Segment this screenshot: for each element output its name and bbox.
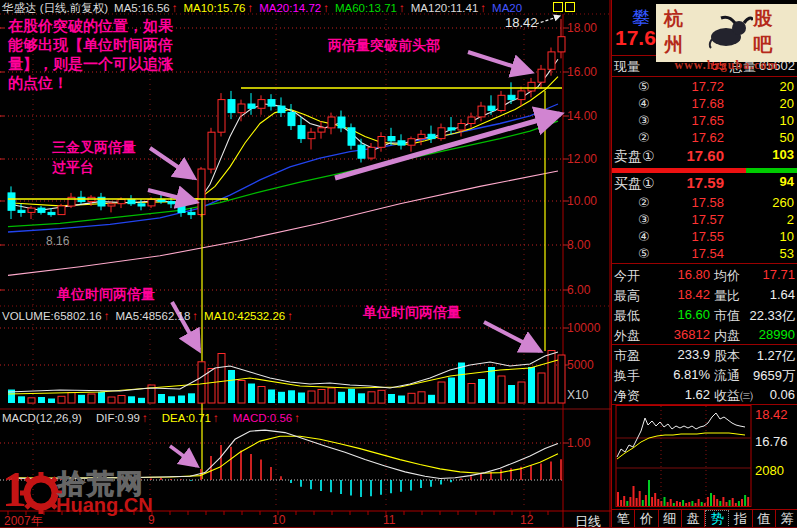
volume-indicator-1: MA5:48562.18 xyxy=(115,310,190,322)
buy-order-row-1[interactable]: ②17.58260 xyxy=(612,194,797,211)
up-arrow-icon: ↑ xyxy=(104,310,110,322)
sell-price: 17.72 xyxy=(664,79,724,94)
up-arrow-icon: ↑ xyxy=(192,310,198,322)
up-arrow-icon: ↑ xyxy=(294,412,300,424)
stat-value: 22.33亿 xyxy=(736,307,795,325)
stat-row-1: 最高18.42量比1.64 xyxy=(612,286,797,306)
annotation-break-head: 两倍量突破前头部 xyxy=(328,36,440,56)
tab-值[interactable]: 值 xyxy=(753,510,776,528)
stat-value: 1.64 xyxy=(736,287,795,302)
stat2-value: 1.62 xyxy=(650,387,710,402)
price-axis-label: 18.00 xyxy=(567,21,607,35)
annotation-unit-volume-left: 单位时间两倍量 xyxy=(57,285,155,305)
buy-level-tag: 买盘① xyxy=(614,175,655,193)
stat2-value: 6.81% xyxy=(650,367,710,382)
tab-细[interactable]: 细 xyxy=(659,510,682,528)
close-window-icon[interactable] xyxy=(565,2,575,12)
up-arrow-icon: ↑ xyxy=(323,2,329,14)
stat2-row-1: 换手6.81%流通9659万 xyxy=(612,366,797,386)
restore-window-icon[interactable] xyxy=(553,2,563,12)
macd-indicator-2: MACD:0.56 xyxy=(233,412,292,424)
buy-level-tag: ③ xyxy=(638,212,650,227)
sell-price: 17.68 xyxy=(664,96,724,111)
sell-order-row-3[interactable]: ②17.6250 xyxy=(612,129,797,146)
buy-quantity: 53 xyxy=(732,246,794,261)
peak-price-label: 18.42 xyxy=(505,15,538,30)
date-axis-label: 10 xyxy=(272,513,285,527)
sell-price: 17.65 xyxy=(664,113,724,128)
buy-order-row-3[interactable]: ④17.5510 xyxy=(612,228,797,245)
ma-indicator-2: MA20:14.72 xyxy=(259,2,321,14)
partial-stock-glyph: 攀 xyxy=(632,6,650,30)
low-price-label: 8.16 xyxy=(46,234,69,248)
macd-axis-label: 1.00 xyxy=(567,436,590,450)
macd-params: MACD(12,26,9) xyxy=(2,412,82,424)
tab-势[interactable]: 势 xyxy=(705,510,729,528)
up-arrow-icon: ↑ xyxy=(480,2,486,14)
tab-筹[interactable]: 筹 xyxy=(776,510,797,528)
buy-strength-segment xyxy=(746,168,797,173)
tab-指[interactable]: 指 xyxy=(729,510,752,528)
tab-价[interactable]: 价 xyxy=(635,510,658,528)
stat-row-2: 最低16.60市值22.33亿 xyxy=(612,306,797,326)
stat2-row-0: 市盈233.9股本1.27亿 xyxy=(612,346,797,366)
buy-quantity: 10 xyxy=(732,229,794,244)
buy-level-tag: ② xyxy=(638,195,650,210)
stat2-value: 9659万 xyxy=(736,367,795,385)
macd-header: MACD(12,26,9)DIF:0.99↑DEA:0.71↑MACD:0.56… xyxy=(2,412,312,424)
volume-header: VOLUME:65802.16↑MA5:48562.18↑MA10:42532.… xyxy=(2,310,299,322)
volume-multiplier-label: X10 xyxy=(567,388,588,402)
stat2-value: 0.06 xyxy=(736,387,795,402)
sell-quantity: 50 xyxy=(732,130,794,145)
sell-order-row-1[interactable]: ④17.6820 xyxy=(612,95,797,112)
stat-value: 36812 xyxy=(650,327,710,342)
stat-row-0: 今开16.80均价17.71 xyxy=(612,266,797,286)
sell-quantity: 20 xyxy=(732,96,794,111)
stat2-value: 233.9 xyxy=(650,347,710,362)
stat2-row-2: 净资1.62收益㈢0.06 xyxy=(612,386,797,406)
sell-price: 17.62 xyxy=(664,130,724,145)
stat-label: 最高 xyxy=(614,287,640,305)
stat-label: 最低 xyxy=(614,307,640,325)
buy-price: 17.54 xyxy=(664,246,724,261)
date-axis-label: 11 xyxy=(383,513,395,527)
price-axis-label: 12.00 xyxy=(567,152,607,166)
period-label: 日线 xyxy=(575,513,601,528)
sell-order-row-4[interactable]: 卖盘①17.60103 xyxy=(612,146,797,167)
buy-order-row-4[interactable]: ⑤17.5453 xyxy=(612,245,797,262)
sell-strength-segment xyxy=(612,168,746,173)
ma-indicator-3: MA60:13.71 xyxy=(335,2,397,14)
ma-indicator-5: MA20 xyxy=(492,2,522,14)
intraday-mini-chart[interactable] xyxy=(612,405,797,508)
sell-order-row-2[interactable]: ③17.6510 xyxy=(612,112,797,129)
macd-indicator-1: DEA:0.71 xyxy=(162,412,211,424)
date-axis-label: 12 xyxy=(520,513,533,527)
up-arrow-icon: ↑ xyxy=(287,310,293,322)
sell-level-tag: ② xyxy=(638,130,650,145)
ma-indicator-0: MA5:16.56 xyxy=(114,2,170,14)
stat-value: 16.80 xyxy=(650,267,710,282)
buy-order-row-0[interactable]: 买盘①17.5994 xyxy=(612,173,797,194)
stock-title: 华盛达 (日线.前复权) xyxy=(2,2,108,14)
buy-price: 17.58 xyxy=(664,195,724,210)
buy-quantity: 260 xyxy=(732,195,794,210)
window-buttons[interactable] xyxy=(551,2,575,20)
stat-value: 16.60 xyxy=(650,307,710,322)
sell-quantity: 10 xyxy=(732,113,794,128)
sell-level-tag: 卖盘① xyxy=(614,148,655,166)
sell-quantity: 103 xyxy=(732,147,794,162)
shihuang-site: Huang.CN xyxy=(56,494,153,517)
volume-indicator-2: MA10:42532.26 xyxy=(204,310,285,322)
sell-order-row-0[interactable]: ⑤17.7220 xyxy=(612,78,797,95)
tab-盘[interactable]: 盘 xyxy=(682,510,705,528)
trading-app-window: 华盛达 (日线.前复权)MA5:16.56↑MA10:15.76↑MA20:14… xyxy=(0,0,797,528)
tab-笔[interactable]: 笔 xyxy=(612,510,635,528)
stat-label: 外盘 xyxy=(614,327,640,345)
volume-indicator-0: VOLUME:65802.16 xyxy=(2,310,102,322)
annotation-main-note: 在股价突破的位置，如果能够出现【单位时间两倍量】，则是一个可以追涨的点位！ xyxy=(8,17,173,93)
guba-url: www.hzguba.com xyxy=(656,58,797,73)
buy-quantity: 2 xyxy=(732,212,794,227)
sell-level-tag: ③ xyxy=(638,113,650,128)
stat-value: 18.42 xyxy=(650,287,710,302)
buy-order-row-2[interactable]: ③17.572 xyxy=(612,211,797,228)
